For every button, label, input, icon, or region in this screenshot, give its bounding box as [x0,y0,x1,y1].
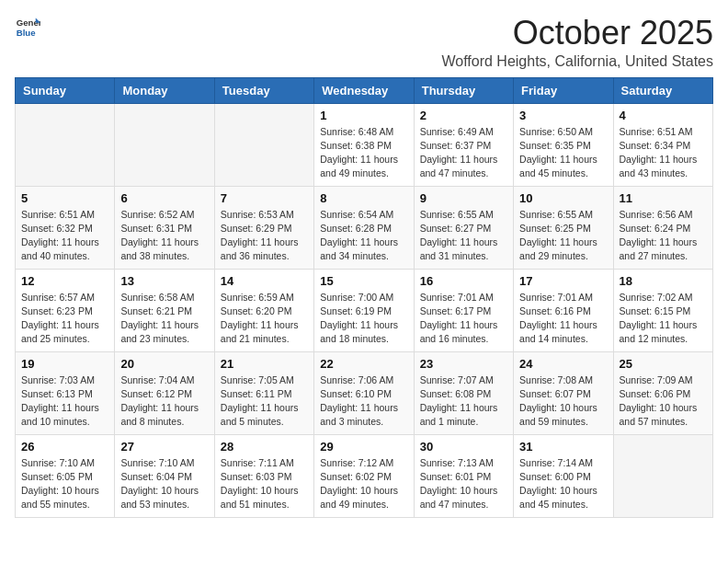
day-info: Sunrise: 6:49 AMSunset: 6:37 PMDaylight:… [420,125,507,181]
calendar-cell: 3Sunrise: 6:50 AMSunset: 6:35 PMDaylight… [514,103,613,186]
calendar-cell: 26Sunrise: 7:10 AMSunset: 6:05 PMDayligh… [16,434,115,517]
weekday-header-sunday: Sunday [16,77,115,103]
calendar-week-row: 19Sunrise: 7:03 AMSunset: 6:13 PMDayligh… [16,351,713,434]
calendar-week-row: 26Sunrise: 7:10 AMSunset: 6:05 PMDayligh… [16,434,713,517]
weekday-header-row: SundayMondayTuesdayWednesdayThursdayFrid… [16,77,713,103]
weekday-header-friday: Friday [514,77,613,103]
day-number: 14 [221,274,308,288]
day-number: 7 [221,191,308,205]
day-info: Sunrise: 7:05 AMSunset: 6:11 PMDaylight:… [221,373,308,430]
day-info: Sunrise: 6:59 AMSunset: 6:20 PMDaylight:… [221,291,308,347]
calendar-cell: 29Sunrise: 7:12 AMSunset: 6:02 PMDayligh… [314,434,414,517]
calendar-cell: 16Sunrise: 7:01 AMSunset: 6:17 PMDayligh… [414,269,513,351]
day-info: Sunrise: 6:55 AMSunset: 6:25 PMDaylight:… [519,208,607,264]
calendar-cell: 8Sunrise: 6:54 AMSunset: 6:28 PMDaylight… [314,186,414,269]
day-number: 21 [221,357,308,371]
calendar-cell: 17Sunrise: 7:01 AMSunset: 6:16 PMDayligh… [514,269,613,351]
day-number: 16 [420,274,507,288]
calendar-week-row: 12Sunrise: 6:57 AMSunset: 6:23 PMDayligh… [16,269,713,351]
calendar-cell: 6Sunrise: 6:52 AMSunset: 6:31 PMDaylight… [115,186,214,269]
calendar-cell: 15Sunrise: 7:00 AMSunset: 6:19 PMDayligh… [314,269,414,351]
calendar-cell: 22Sunrise: 7:06 AMSunset: 6:10 PMDayligh… [314,351,414,434]
day-number: 17 [519,274,607,288]
logo: General Blue [15,15,40,40]
day-info: Sunrise: 6:50 AMSunset: 6:35 PMDaylight:… [519,125,607,181]
calendar-cell: 14Sunrise: 6:59 AMSunset: 6:20 PMDayligh… [214,269,313,351]
day-info: Sunrise: 6:53 AMSunset: 6:29 PMDaylight:… [221,208,308,264]
day-info: Sunrise: 7:08 AMSunset: 6:07 PMDaylight:… [519,373,607,430]
day-info: Sunrise: 7:13 AMSunset: 6:01 PMDaylight:… [420,456,507,512]
calendar-cell: 4Sunrise: 6:51 AMSunset: 6:34 PMDaylight… [613,103,712,186]
calendar-cell: 20Sunrise: 7:04 AMSunset: 6:12 PMDayligh… [115,351,214,434]
logo-icon: General Blue [15,15,40,40]
calendar-cell: 10Sunrise: 6:55 AMSunset: 6:25 PMDayligh… [514,186,613,269]
day-number: 18 [620,274,707,288]
day-info: Sunrise: 6:56 AMSunset: 6:24 PMDaylight:… [620,208,707,264]
calendar-cell [16,103,115,186]
day-number: 29 [320,440,407,454]
calendar-cell: 13Sunrise: 6:58 AMSunset: 6:21 PMDayligh… [115,269,214,351]
calendar-cell [115,103,214,186]
calendar-table: SundayMondayTuesdayWednesdayThursdayFrid… [15,77,713,518]
day-number: 19 [21,357,108,371]
day-number: 28 [221,440,308,454]
title-block: October 2025 Wofford Heights, California… [441,15,713,70]
weekday-header-tuesday: Tuesday [214,77,313,103]
calendar-cell [214,103,313,186]
day-number: 26 [21,440,108,454]
calendar-cell: 30Sunrise: 7:13 AMSunset: 6:01 PMDayligh… [414,434,513,517]
day-number: 23 [420,357,507,371]
day-number: 12 [21,274,108,288]
calendar-cell: 18Sunrise: 7:02 AMSunset: 6:15 PMDayligh… [613,269,712,351]
calendar-cell: 5Sunrise: 6:51 AMSunset: 6:32 PMDaylight… [16,186,115,269]
month-title: October 2025 [441,15,713,52]
day-info: Sunrise: 6:57 AMSunset: 6:23 PMDaylight:… [21,291,108,347]
day-number: 10 [519,191,607,205]
weekday-header-thursday: Thursday [414,77,513,103]
day-number: 6 [120,191,208,205]
calendar-week-row: 1Sunrise: 6:48 AMSunset: 6:38 PMDaylight… [16,103,713,186]
day-info: Sunrise: 7:14 AMSunset: 6:00 PMDaylight:… [519,456,607,512]
day-info: Sunrise: 7:06 AMSunset: 6:10 PMDaylight:… [320,373,407,430]
day-number: 25 [620,357,707,371]
day-number: 24 [519,357,607,371]
calendar-cell: 9Sunrise: 6:55 AMSunset: 6:27 PMDaylight… [414,186,513,269]
day-number: 4 [620,109,707,122]
calendar-cell: 23Sunrise: 7:07 AMSunset: 6:08 PMDayligh… [414,351,513,434]
day-number: 9 [420,191,507,205]
calendar-cell: 7Sunrise: 6:53 AMSunset: 6:29 PMDaylight… [214,186,313,269]
weekday-header-monday: Monday [115,77,214,103]
day-number: 3 [519,109,607,122]
calendar-cell: 25Sunrise: 7:09 AMSunset: 6:06 PMDayligh… [613,351,712,434]
calendar-week-row: 5Sunrise: 6:51 AMSunset: 6:32 PMDaylight… [16,186,713,269]
day-number: 15 [320,274,407,288]
day-info: Sunrise: 6:51 AMSunset: 6:32 PMDaylight:… [21,208,108,264]
day-number: 20 [120,357,208,371]
day-number: 13 [120,274,208,288]
day-info: Sunrise: 7:04 AMSunset: 6:12 PMDaylight:… [120,373,208,430]
day-info: Sunrise: 7:11 AMSunset: 6:03 PMDaylight:… [221,456,308,512]
day-info: Sunrise: 6:48 AMSunset: 6:38 PMDaylight:… [320,125,407,181]
day-info: Sunrise: 6:51 AMSunset: 6:34 PMDaylight:… [620,125,707,181]
day-info: Sunrise: 7:03 AMSunset: 6:13 PMDaylight:… [21,373,108,430]
day-info: Sunrise: 7:10 AMSunset: 6:05 PMDaylight:… [21,456,108,512]
day-number: 11 [620,191,707,205]
svg-text:Blue: Blue [17,28,36,38]
calendar-cell [613,434,712,517]
day-info: Sunrise: 7:01 AMSunset: 6:16 PMDaylight:… [519,291,607,347]
weekday-header-wednesday: Wednesday [314,77,414,103]
calendar-cell: 1Sunrise: 6:48 AMSunset: 6:38 PMDaylight… [314,103,414,186]
calendar-cell: 2Sunrise: 6:49 AMSunset: 6:37 PMDaylight… [414,103,513,186]
weekday-header-saturday: Saturday [613,77,712,103]
day-number: 5 [21,191,108,205]
day-number: 8 [320,191,407,205]
day-info: Sunrise: 7:00 AMSunset: 6:19 PMDaylight:… [320,291,407,347]
calendar-cell: 27Sunrise: 7:10 AMSunset: 6:04 PMDayligh… [115,434,214,517]
day-info: Sunrise: 7:12 AMSunset: 6:02 PMDaylight:… [320,456,407,512]
calendar-cell: 21Sunrise: 7:05 AMSunset: 6:11 PMDayligh… [214,351,313,434]
day-number: 30 [420,440,507,454]
calendar-cell: 28Sunrise: 7:11 AMSunset: 6:03 PMDayligh… [214,434,313,517]
day-number: 2 [420,109,507,122]
day-info: Sunrise: 6:58 AMSunset: 6:21 PMDaylight:… [120,291,208,347]
day-info: Sunrise: 7:01 AMSunset: 6:17 PMDaylight:… [420,291,507,347]
